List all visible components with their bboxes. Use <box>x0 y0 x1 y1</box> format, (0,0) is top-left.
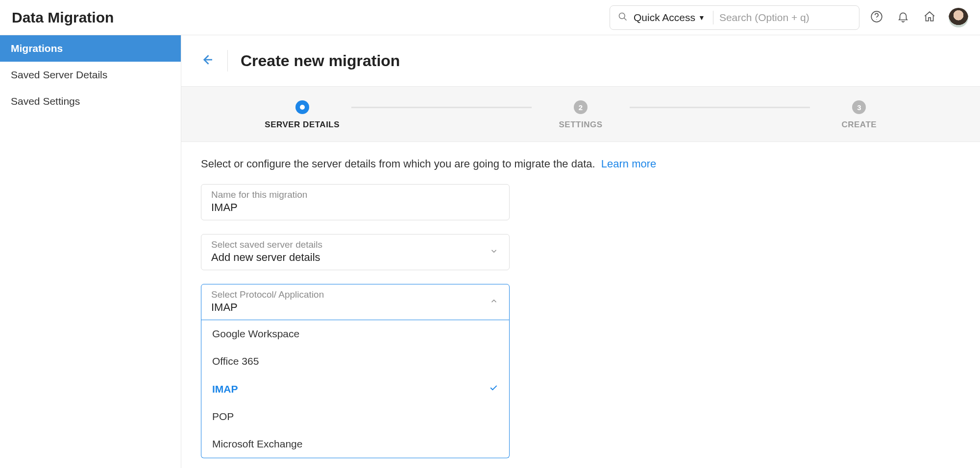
step-dot-3: 3 <box>852 100 866 114</box>
field-label: Select saved server details <box>211 239 499 250</box>
option-label: Microsoft Exchange <box>212 438 302 450</box>
search-icon <box>618 12 628 23</box>
description-text: Select or configure the server details f… <box>201 158 595 170</box>
svg-line-1 <box>624 18 627 20</box>
protocol-option-microsoft-exchange[interactable]: Microsoft Exchange <box>201 430 509 458</box>
chevron-up-icon <box>490 297 498 307</box>
check-icon <box>489 383 498 395</box>
step-settings[interactable]: 2 SETTINGS <box>532 100 630 130</box>
field-value: IMAP <box>211 301 499 314</box>
sidebar-item-migrations[interactable]: Migrations <box>0 35 181 62</box>
svg-point-3 <box>876 19 877 20</box>
step-track: SERVER DETAILS 2 SETTINGS 3 CREATE <box>253 100 908 130</box>
sidebar-item-saved-settings[interactable]: Saved Settings <box>0 88 181 115</box>
field-value: Add new server details <box>211 251 499 264</box>
home-icon[interactable] <box>923 10 936 25</box>
sidebar: Migrations Saved Server Details Saved Se… <box>0 35 181 468</box>
migration-name-field[interactable]: Name for this migration <box>201 184 510 220</box>
saved-server-select[interactable]: Select saved server details Add new serv… <box>201 234 510 270</box>
search-input[interactable] <box>719 12 851 23</box>
page-title: Create new migration <box>241 52 400 70</box>
option-label: Office 365 <box>212 355 259 367</box>
content: Select or configure the server details f… <box>181 142 980 468</box>
description: Select or configure the server details f… <box>201 158 960 170</box>
main: Create new migration SERVER DETAILS 2 SE… <box>181 35 980 468</box>
back-button[interactable] <box>200 52 215 69</box>
step-label: SERVER DETAILS <box>265 120 340 130</box>
sidebar-item-label: Saved Settings <box>11 95 80 107</box>
step-label: CREATE <box>841 120 877 130</box>
protocol-dropdown-list: Google Workspace Office 365 IMAP POP Mic… <box>201 320 510 458</box>
step-dot-1 <box>295 100 309 114</box>
page-header: Create new migration <box>181 35 980 86</box>
svg-point-0 <box>619 13 625 19</box>
step-dot-2: 2 <box>574 100 588 114</box>
step-create[interactable]: 3 CREATE <box>810 100 908 130</box>
option-label: Google Workspace <box>212 328 299 340</box>
avatar[interactable] <box>949 8 968 27</box>
step-line <box>630 107 810 108</box>
app-title: Data Migration <box>12 9 114 26</box>
migration-name-input[interactable] <box>211 201 499 214</box>
protocol-option-google-workspace[interactable]: Google Workspace <box>201 320 509 348</box>
field-label: Name for this migration <box>211 189 499 200</box>
topbar-icons <box>870 10 936 25</box>
sidebar-item-saved-server-details[interactable]: Saved Server Details <box>0 62 181 88</box>
learn-more-link[interactable]: Learn more <box>601 158 657 170</box>
topbar: Data Migration Quick Access ▼ <box>0 0 980 35</box>
caret-down-icon: ▼ <box>698 14 705 22</box>
sidebar-item-label: Migrations <box>11 43 63 54</box>
protocol-option-office-365[interactable]: Office 365 <box>201 348 509 375</box>
sidebar-item-label: Saved Server Details <box>11 69 107 81</box>
step-server-details[interactable]: SERVER DETAILS <box>253 100 351 130</box>
step-line <box>351 107 532 108</box>
option-label: IMAP <box>212 383 238 395</box>
option-label: POP <box>212 411 234 422</box>
search-container[interactable]: Quick Access ▼ <box>610 5 859 30</box>
divider <box>227 50 228 71</box>
protocol-option-imap[interactable]: IMAP <box>201 375 509 403</box>
protocol-option-pop[interactable]: POP <box>201 403 509 430</box>
step-label: SETTINGS <box>559 120 602 130</box>
stepper: SERVER DETAILS 2 SETTINGS 3 CREATE <box>181 86 980 142</box>
field-label: Select Protocol/ Application <box>211 289 499 300</box>
help-icon[interactable] <box>870 10 883 25</box>
quick-access-label: Quick Access <box>634 12 695 23</box>
bell-icon[interactable] <box>897 10 909 25</box>
protocol-select[interactable]: Select Protocol/ Application IMAP <box>201 284 510 320</box>
quick-access-dropdown[interactable]: Quick Access ▼ <box>634 11 713 24</box>
body: Migrations Saved Server Details Saved Se… <box>0 35 980 468</box>
chevron-down-icon <box>490 247 498 257</box>
